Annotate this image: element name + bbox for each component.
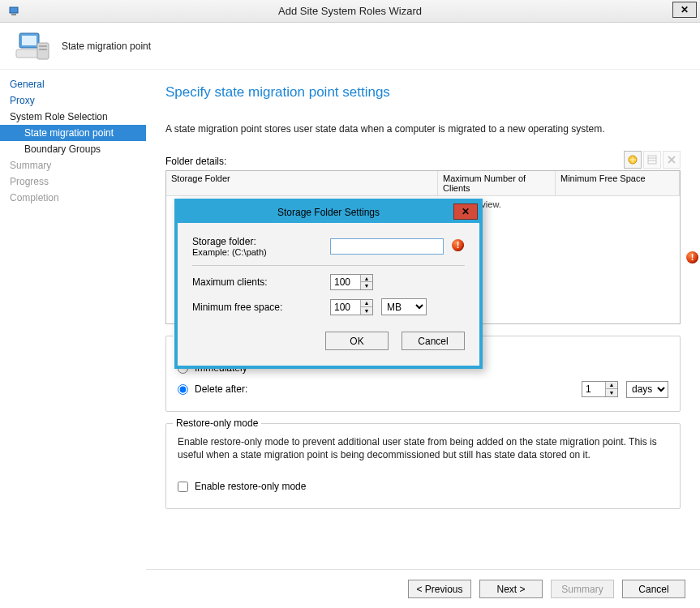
radio-delete-after-label: Delete after:: [195, 383, 247, 395]
folder-table-header: Storage Folder Maximum Number of Clients…: [166, 171, 680, 196]
radio-delete-after[interactable]: Delete after:: [178, 383, 247, 395]
spin-down-icon[interactable]: ▼: [361, 307, 372, 315]
dialog-title: Storage Folder Settings: [277, 207, 380, 218]
max-clients-spinner[interactable]: ▲ ▼: [330, 274, 373, 290]
previous-button[interactable]: < Previous: [408, 580, 471, 598]
dialog-ok-button[interactable]: OK: [325, 332, 389, 350]
sidebar: General Proxy System Role Selection Stat…: [0, 70, 146, 608]
restore-checkbox-label: Enable restore-only mode: [195, 481, 306, 492]
spin-up-icon[interactable]: ▲: [361, 275, 372, 282]
min-free-unit[interactable]: MB: [381, 298, 427, 315]
titlebar: Add Site System Roles Wizard ✕: [0, 0, 700, 23]
new-folder-button[interactable]: [624, 151, 642, 169]
edit-folder-button: [643, 151, 661, 169]
spin-up-icon[interactable]: ▲: [361, 300, 372, 307]
banner-text: State migration point: [62, 41, 151, 52]
spin-down-icon[interactable]: ▼: [606, 389, 617, 396]
window-title: Add Site System Roles Wizard: [0, 5, 700, 17]
dialog-error-icon: [452, 239, 464, 251]
spin-down-icon[interactable]: ▼: [361, 282, 372, 289]
sidebar-item-summary: Summary: [0, 157, 146, 173]
sidebar-item-general[interactable]: General: [0, 76, 146, 92]
min-free-spinner[interactable]: ▲ ▼: [330, 299, 373, 315]
page-description: A state migration point stores user stat…: [165, 123, 681, 135]
min-free-input[interactable]: [331, 300, 360, 315]
sidebar-item-boundary-groups[interactable]: Boundary Groups: [0, 141, 146, 157]
storage-folder-label: Storage folder: Example: (C:\path): [192, 236, 330, 257]
min-free-label: Minimum free space:: [192, 302, 330, 313]
delete-after-input[interactable]: [582, 382, 605, 396]
svg-rect-6: [39, 45, 47, 47]
storage-folder-input[interactable]: [330, 238, 444, 255]
computer-icon: [15, 30, 50, 62]
col-storage-folder[interactable]: Storage Folder: [166, 171, 438, 196]
sidebar-item-system-role[interactable]: System Role Selection: [0, 109, 146, 125]
col-max-clients[interactable]: Maximum Number of Clients: [438, 171, 556, 196]
restore-checkbox[interactable]: [178, 482, 188, 492]
max-clients-input[interactable]: [331, 275, 360, 289]
sidebar-item-progress: Progress: [0, 173, 146, 190]
folder-details-label: Folder details:: [165, 156, 226, 167]
restore-group: Restore-only mode Enable restore-only mo…: [165, 423, 681, 509]
restore-description: Enable restore-only mode to prevent addi…: [178, 435, 668, 461]
cancel-button[interactable]: Cancel: [622, 580, 685, 598]
svg-rect-9: [648, 156, 656, 164]
sidebar-item-proxy[interactable]: Proxy: [0, 92, 146, 109]
svg-rect-7: [39, 49, 47, 50]
sidebar-item-state-migration[interactable]: State migration point: [0, 125, 146, 141]
delete-after-unit[interactable]: days: [626, 381, 668, 398]
sidebar-item-completion: Completion: [0, 190, 146, 206]
dialog-close-button[interactable]: ✕: [453, 203, 478, 220]
page-title: Specify state migration point settings: [165, 84, 681, 101]
spin-up-icon[interactable]: ▲: [606, 382, 617, 389]
max-clients-label: Maximum clients:: [192, 276, 330, 288]
svg-rect-3: [22, 36, 37, 45]
col-min-free[interactable]: Minimum Free Space: [556, 171, 680, 196]
next-button[interactable]: Next >: [479, 580, 543, 598]
wizard-nav: < Previous Next > Summary Cancel: [146, 569, 700, 608]
dialog-cancel-button[interactable]: Cancel: [402, 332, 465, 350]
storage-folder-dialog: Storage Folder Settings ✕ Storage folder…: [174, 199, 483, 369]
folder-toolbar: [624, 151, 681, 169]
window-close-button[interactable]: ✕: [672, 2, 697, 18]
error-icon: [686, 251, 698, 263]
restore-group-title: Restore-only mode: [173, 417, 261, 429]
dialog-titlebar: Storage Folder Settings ✕: [178, 202, 479, 223]
summary-button: Summary: [551, 580, 614, 598]
delete-folder-button: [663, 151, 681, 169]
radio-delete-after-input[interactable]: [178, 384, 188, 395]
restore-checkbox-row[interactable]: Enable restore-only mode: [178, 481, 668, 492]
delete-after-value[interactable]: ▲ ▼: [582, 381, 618, 397]
wizard-banner: State migration point: [0, 23, 700, 70]
